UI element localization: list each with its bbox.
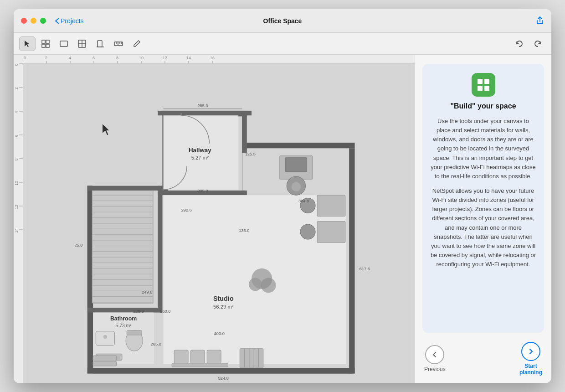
minimize-button[interactable]: [31, 18, 36, 24]
svg-text:0: 0: [14, 63, 19, 66]
svg-text:617.6: 617.6: [360, 267, 370, 271]
svg-rect-116: [190, 350, 205, 363]
panel-footer: Previous Start planning: [422, 342, 544, 376]
nav-back-label: Projects: [61, 17, 84, 25]
floorplan-canvas[interactable]: Hallway 5.27 m² Studio 56.29 m²: [23, 64, 415, 383]
svg-point-98: [103, 335, 107, 339]
svg-text:400.0: 400.0: [214, 331, 225, 336]
svg-rect-65: [87, 308, 163, 312]
svg-rect-123: [93, 356, 116, 360]
svg-text:260.0: 260.0: [160, 309, 170, 314]
ruler-tool[interactable]: [110, 36, 127, 51]
svg-rect-16: [23, 55, 415, 63]
svg-rect-144: [478, 79, 483, 84]
undo-button[interactable]: [511, 36, 528, 51]
svg-text:8: 8: [14, 158, 19, 160]
card-paragraph-2: NetSpot allows you to have your future W…: [430, 186, 537, 269]
svg-rect-146: [478, 86, 483, 91]
svg-text:265.0: 265.0: [151, 342, 161, 346]
svg-rect-114: [172, 363, 228, 367]
nav-back-button[interactable]: Projects: [55, 17, 84, 25]
grid-tool[interactable]: [37, 36, 54, 51]
svg-text:14: 14: [14, 228, 19, 233]
info-card: "Build" your space Use the tools under y…: [422, 64, 544, 333]
svg-text:524.8: 524.8: [218, 376, 229, 381]
svg-rect-9: [98, 41, 102, 47]
svg-text:2: 2: [14, 87, 19, 89]
svg-text:Hallway: Hallway: [189, 147, 211, 154]
svg-rect-3: [42, 44, 45, 47]
previous-circle[interactable]: [425, 345, 444, 364]
svg-text:Bathroom: Bathroom: [110, 315, 137, 322]
redo-button[interactable]: [529, 36, 546, 51]
svg-text:16: 16: [210, 56, 215, 60]
svg-rect-60: [242, 111, 247, 153]
traffic-lights: [21, 18, 46, 24]
svg-text:14: 14: [186, 56, 191, 60]
svg-text:384.8: 384.8: [298, 199, 309, 203]
svg-rect-5: [60, 41, 67, 46]
svg-text:4: 4: [14, 111, 19, 113]
start-planning-button[interactable]: Start planning: [519, 342, 542, 376]
svg-rect-104: [285, 158, 307, 172]
select-tool[interactable]: [19, 36, 36, 51]
svg-text:12: 12: [163, 56, 167, 60]
svg-rect-2: [46, 40, 49, 43]
door-tool[interactable]: [92, 36, 108, 51]
svg-rect-147: [484, 86, 489, 91]
svg-text:6: 6: [92, 56, 95, 60]
svg-text:12: 12: [14, 205, 19, 209]
svg-point-112: [249, 278, 262, 291]
svg-rect-108: [317, 222, 345, 242]
svg-rect-55: [349, 148, 354, 373]
svg-rect-54: [87, 368, 355, 373]
close-button[interactable]: [21, 18, 27, 24]
svg-text:4: 4: [69, 56, 71, 60]
svg-rect-115: [174, 350, 188, 363]
pencil-tool[interactable]: [128, 36, 145, 51]
toolbar: [14, 33, 551, 55]
title-bar: Projects Office Space: [14, 9, 551, 33]
svg-text:2: 2: [45, 56, 47, 60]
svg-rect-64: [87, 186, 163, 191]
window-tool[interactable]: [74, 36, 90, 51]
svg-rect-66: [92, 191, 153, 303]
svg-rect-63: [158, 186, 162, 308]
canvas-area[interactable]: 0 2 4 6 8 10 12 14: [14, 55, 415, 383]
svg-text:285.0: 285.0: [197, 189, 208, 193]
card-paragraph-1: Use the tools under your canvas to place…: [430, 117, 537, 181]
svg-rect-107: [317, 195, 345, 216]
svg-text:5.27 m²: 5.27 m²: [191, 155, 209, 160]
previous-label: Previous: [424, 366, 446, 372]
ruler-top: 0 2 4 6 8 10 12 14: [14, 55, 415, 64]
svg-text:Studio: Studio: [213, 295, 234, 302]
previous-button[interactable]: Previous: [424, 345, 446, 372]
start-circle[interactable]: [521, 342, 540, 361]
svg-marker-0: [25, 41, 30, 47]
right-panel: "Build" your space Use the tools under y…: [415, 55, 551, 383]
svg-text:56.29 m²: 56.29 m²: [213, 304, 234, 309]
svg-text:10: 10: [14, 181, 19, 186]
rectangle-tool[interactable]: [56, 36, 72, 51]
share-button[interactable]: [536, 15, 544, 26]
svg-point-113: [261, 278, 276, 293]
svg-text:125.5: 125.5: [245, 152, 256, 156]
svg-text:229.5: 229.5: [134, 309, 144, 314]
svg-rect-4: [46, 44, 49, 47]
maximize-button[interactable]: [40, 18, 46, 24]
window-title: Office Space: [263, 17, 302, 25]
svg-rect-62: [87, 186, 92, 308]
card-title: "Build" your space: [450, 102, 516, 110]
svg-point-110: [300, 224, 315, 239]
app-window: Projects Office Space: [14, 9, 551, 383]
svg-text:249.8: 249.8: [142, 290, 152, 294]
svg-rect-145: [484, 79, 489, 84]
build-icon: [472, 73, 495, 97]
svg-text:135.0: 135.0: [239, 228, 249, 233]
svg-text:10: 10: [139, 56, 144, 60]
svg-text:25.0: 25.0: [74, 243, 82, 248]
svg-text:285.0: 285.0: [197, 103, 208, 108]
start-label: Start planning: [519, 363, 542, 376]
svg-rect-35: [14, 55, 23, 383]
svg-rect-56: [242, 143, 354, 148]
